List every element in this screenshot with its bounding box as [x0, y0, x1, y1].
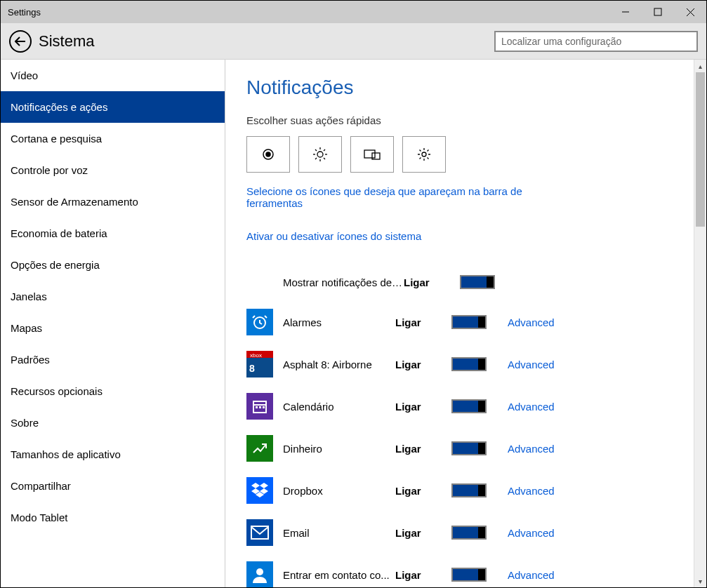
scrollbar-thumb[interactable] — [696, 72, 705, 227]
quick-actions — [246, 136, 685, 173]
search-placeholder: Localizar uma configuração — [501, 36, 621, 47]
svg-point-35 — [256, 568, 263, 575]
advanced-link[interactable]: Advanced — [508, 485, 555, 497]
calendar-icon — [246, 393, 273, 420]
minimize-button[interactable] — [609, 1, 642, 23]
app-status: Ligar — [395, 401, 451, 413]
app-name: Entrar em contato co... — [283, 569, 395, 581]
sidebar-item-14[interactable]: Modo Tablet — [1, 502, 225, 533]
back-button[interactable] — [9, 30, 32, 53]
app-toggle[interactable] — [451, 526, 487, 540]
sidebar-item-3[interactable]: Controle por voz — [1, 154, 225, 186]
svg-line-14 — [324, 149, 325, 151]
money-icon — [246, 435, 273, 462]
master-label: Mostrar notificações de apl... — [283, 276, 404, 288]
sidebar-item-9[interactable]: Padrões — [1, 344, 225, 375]
location-icon — [261, 147, 275, 161]
app-status: Ligar — [395, 485, 451, 497]
app-row-2: CalendárioLigarAdvanced — [246, 385, 685, 427]
app-name: Alarmes — [283, 316, 395, 328]
sidebar: VídeoNotificações e açõesCortana e pesqu… — [1, 60, 225, 587]
svg-rect-26 — [256, 406, 258, 408]
svg-rect-1 — [654, 8, 661, 15]
advanced-link[interactable]: Advanced — [508, 359, 555, 370]
app-row-3: DinheiroLigarAdvanced — [246, 427, 685, 469]
app-toggle[interactable] — [451, 441, 487, 455]
link-select-icons[interactable]: Selecione os ícones que deseja que apare… — [246, 185, 541, 209]
asphalt-icon: xbox8 — [246, 351, 273, 377]
sidebar-item-12[interactable]: Tamanhos de aplicativo — [1, 439, 225, 470]
contact-icon — [246, 561, 273, 587]
maximize-button[interactable] — [642, 1, 674, 23]
svg-rect-16 — [364, 150, 375, 158]
page-title: Sistema — [39, 32, 94, 51]
app-toggle[interactable] — [451, 357, 487, 371]
quick-action-display[interactable] — [350, 136, 394, 173]
scrollbar[interactable]: ▴ ▾ — [694, 60, 706, 587]
sidebar-item-6[interactable]: Opções de energia — [1, 249, 225, 281]
master-status: Ligar — [404, 276, 460, 288]
sidebar-item-11[interactable]: Sobre — [1, 407, 225, 439]
svg-rect-27 — [259, 406, 261, 408]
app-status: Ligar — [395, 569, 451, 581]
app-name: Dropbox — [283, 485, 395, 497]
display-icon — [364, 148, 381, 161]
svg-rect-28 — [263, 406, 265, 408]
content: Notificações Escolher suas ações rápidas — [225, 60, 706, 587]
advanced-link[interactable]: Advanced — [508, 569, 555, 581]
app-name: Asphalt 8: Airborne — [283, 359, 395, 370]
app-status: Ligar — [395, 443, 451, 455]
advanced-link[interactable]: Advanced — [508, 316, 555, 328]
scroll-up-icon[interactable]: ▴ — [694, 60, 706, 72]
quick-actions-label: Escolher suas ações rápidas — [246, 114, 685, 126]
svg-line-12 — [315, 149, 317, 151]
app-row-0: AlarmesLigarAdvanced — [246, 301, 685, 343]
app-toggle[interactable] — [451, 315, 487, 329]
svg-marker-29 — [251, 483, 260, 488]
app-toggle[interactable] — [451, 568, 487, 582]
dropbox-icon — [246, 477, 273, 504]
svg-line-13 — [324, 158, 325, 159]
sidebar-item-7[interactable]: Janelas — [1, 281, 225, 312]
app-notifications-master-row: Mostrar notificações de apl... Ligar — [246, 263, 685, 301]
sidebar-item-8[interactable]: Mapas — [1, 312, 225, 344]
titlebar: Settings — [1, 1, 706, 23]
sidebar-item-5[interactable]: Economia de bateria — [1, 218, 225, 249]
svg-line-15 — [315, 158, 317, 159]
svg-text:8: 8 — [249, 363, 255, 374]
app-toggle[interactable] — [451, 399, 487, 413]
quick-action-location[interactable] — [246, 136, 290, 173]
settings-gear-icon — [417, 147, 431, 161]
app-status: Ligar — [395, 359, 451, 370]
svg-marker-30 — [260, 483, 268, 488]
advanced-link[interactable]: Advanced — [508, 527, 555, 539]
mail-icon — [246, 519, 273, 546]
scroll-down-icon[interactable]: ▾ — [694, 575, 706, 587]
app-name: Calendário — [283, 401, 395, 413]
app-row-4: DropboxLigarAdvanced — [246, 469, 685, 512]
link-toggle-system-icons[interactable]: Ativar ou desativar ícones do sistema — [246, 230, 541, 242]
app-row-5: EmailLigarAdvanced — [246, 512, 685, 554]
sidebar-item-2[interactable]: Cortana e pesquisa — [1, 123, 225, 154]
sidebar-item-10[interactable]: Recursos opcionais — [1, 375, 225, 407]
brightness-icon — [312, 147, 328, 162]
sidebar-item-13[interactable]: Compartilhar — [1, 470, 225, 502]
quick-action-brightness[interactable] — [298, 136, 342, 173]
app-status: Ligar — [395, 527, 451, 539]
app-status: Ligar — [395, 316, 451, 328]
quick-action-settings[interactable] — [402, 136, 446, 173]
advanced-link[interactable]: Advanced — [508, 443, 555, 455]
master-toggle[interactable] — [460, 275, 495, 289]
close-button[interactable] — [674, 1, 706, 23]
sidebar-item-4[interactable]: Sensor de Armazenamento — [1, 186, 225, 218]
search-input[interactable]: Localizar uma configuração — [494, 31, 698, 52]
app-name: Email — [283, 527, 395, 539]
sidebar-item-1[interactable]: Notificações e ações — [1, 91, 225, 123]
app-toggle[interactable] — [451, 483, 487, 497]
alarm-icon — [246, 309, 273, 335]
window-title: Settings — [8, 7, 41, 18]
svg-text:xbox: xbox — [250, 352, 262, 359]
content-heading: Notificações — [246, 76, 685, 99]
advanced-link[interactable]: Advanced — [508, 401, 555, 413]
sidebar-item-0[interactable]: Vídeo — [1, 60, 225, 91]
